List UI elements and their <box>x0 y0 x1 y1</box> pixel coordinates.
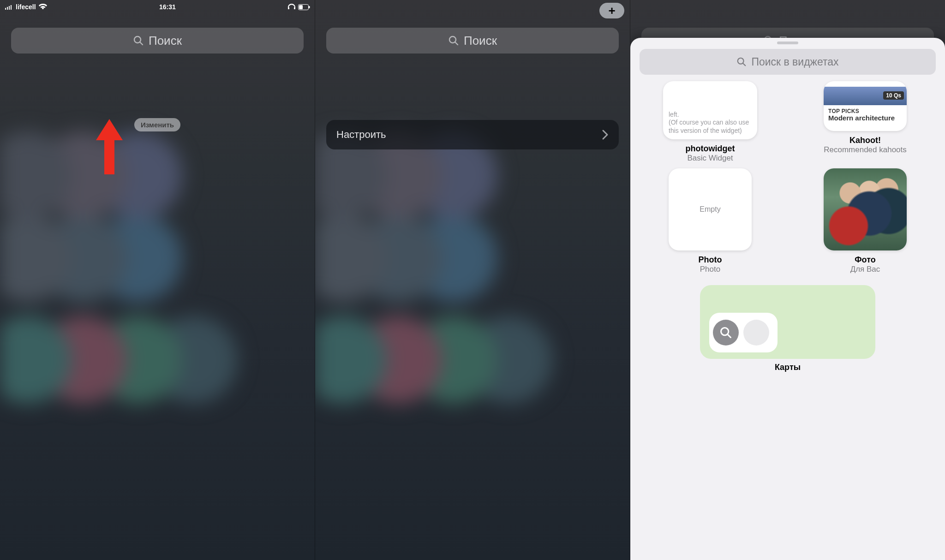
status-time: 16:31 <box>159 3 176 11</box>
configure-row[interactable]: Настроить <box>326 120 619 149</box>
widget-preview-text: left. (Of course you can also use this v… <box>669 111 752 135</box>
svg-line-4 <box>140 42 143 45</box>
battery-icon <box>298 4 310 10</box>
widget-option-photowidget[interactable]: left. (Of course you can also use this v… <box>640 81 781 163</box>
widget-gallery-sheet: Поиск в виджетах left. (Of course you ca… <box>630 38 945 560</box>
svg-line-6 <box>455 42 458 45</box>
search-icon <box>448 35 459 46</box>
widget-subtitle: Basic Widget <box>686 154 735 163</box>
kahoot-top-picks: TOP PICKS <box>828 108 902 114</box>
kahoot-badge: 10 Qs <box>883 91 904 100</box>
widget-preview: left. (Of course you can also use this v… <box>663 81 757 139</box>
widget-preview: 10 Qs TOP PICKS Modern architecture <box>824 81 907 131</box>
configure-label: Настроить <box>336 129 386 141</box>
widget-subtitle: Для Вас <box>850 265 880 274</box>
search-placeholder: Поиск <box>149 34 182 48</box>
widget-option-maps[interactable]: Карты <box>640 285 936 372</box>
sheet-grabber[interactable] <box>777 42 798 44</box>
edit-button-label: Изменить <box>141 121 174 129</box>
wifi-icon <box>39 4 47 10</box>
widget-subtitle: Recommended kahoots <box>824 145 907 155</box>
widget-title: Карты <box>640 363 936 372</box>
widget-search-field[interactable]: Поиск в виджетах <box>640 49 936 75</box>
widget-option-photos-for-you[interactable]: Фото Для Вас <box>795 168 936 274</box>
search-icon <box>736 57 747 67</box>
add-widget-button[interactable]: + <box>599 3 624 18</box>
headphones-icon <box>288 4 295 10</box>
panel-widget-gallery: Поиск Поиск в виджетах left. (Of course … <box>630 0 945 560</box>
widget-search-placeholder: Поиск в виджетах <box>751 56 838 68</box>
svg-line-10 <box>743 63 746 66</box>
widget-option-kahoot[interactable]: 10 Qs TOP PICKS Modern architecture Kaho… <box>795 81 936 163</box>
widget-preview <box>824 168 907 250</box>
search-field[interactable]: Поиск <box>326 28 619 54</box>
kahoot-headline: Modern architecture <box>828 114 902 122</box>
carrier-label: lifecell <box>16 3 36 11</box>
maps-search-icon <box>713 320 739 346</box>
svg-line-12 <box>728 334 730 337</box>
widget-preview-text: Empty <box>700 205 720 214</box>
maps-placeholder-icon <box>743 320 769 346</box>
widget-title: Photo <box>699 255 722 265</box>
cellular-icon <box>5 4 13 10</box>
widget-title: photowidget <box>686 144 735 154</box>
widget-subtitle: Photo <box>699 265 722 274</box>
widget-title: Фото <box>850 255 880 265</box>
maps-preview <box>700 285 875 359</box>
widget-option-photo[interactable]: Empty Photo Photo <box>640 168 781 274</box>
status-bar: lifecell 16:31 <box>0 0 315 14</box>
panel-today-view: lifecell 16:31 Поиск Изменить <box>0 0 315 560</box>
chevron-right-icon <box>601 129 609 140</box>
edit-button[interactable]: Изменить <box>134 118 180 131</box>
annotation-arrow <box>96 119 123 174</box>
panel-today-edit: + Поиск Настроить <box>315 0 630 560</box>
svg-rect-2 <box>309 6 310 8</box>
search-placeholder: Поиск <box>464 34 497 48</box>
widget-preview: Empty <box>669 168 752 250</box>
plus-icon: + <box>608 5 615 17</box>
svg-rect-1 <box>299 5 303 9</box>
search-field[interactable]: Поиск <box>11 28 304 54</box>
widget-title: Kahoot! <box>824 136 907 145</box>
search-icon <box>133 35 144 46</box>
